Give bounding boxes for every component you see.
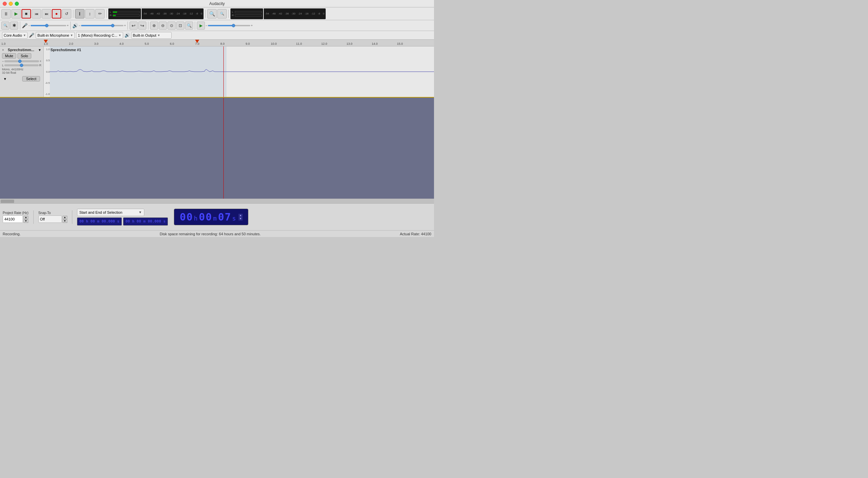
playhead-line <box>223 47 224 97</box>
track-collapse-button[interactable]: ▼ <box>3 77 7 81</box>
snap-up-button[interactable]: ▲ <box>63 216 67 219</box>
snap-to-label: Snap-To <box>38 211 67 215</box>
close-button[interactable] <box>3 2 7 6</box>
mute-button[interactable]: Mute <box>2 53 16 59</box>
zoom-sel-button[interactable]: ⊡ <box>176 22 184 30</box>
scroll-thumb[interactable] <box>1 200 14 203</box>
input-vu-meter: L R <box>108 8 141 19</box>
undo-button[interactable]: ↩ <box>129 22 137 30</box>
vu-scale-labels: -54 -48 -42 -36 -30 -24 -18 -12 -6 0 <box>143 12 202 15</box>
project-rate-group: Project Rate (Hz) 44100 ▲ ▼ <box>3 211 29 223</box>
select-tool-button[interactable]: I <box>75 9 85 19</box>
pause-button[interactable]: ⏸ <box>1 9 11 19</box>
tick-14: 14.0 <box>372 42 378 46</box>
selection-mode-label: Start and End of Selection <box>80 210 122 214</box>
track-bit-depth: 32-bit float <box>2 71 41 74</box>
output-gain-slider[interactable]: − + <box>79 24 126 27</box>
zoom-in-button[interactable]: 🔍 <box>207 9 217 19</box>
tick-13: 13.0 <box>346 42 352 46</box>
multi-tool-button[interactable]: ✱ <box>10 22 18 30</box>
separator-4 <box>228 10 229 18</box>
draw-tool-button[interactable]: ✏ <box>95 9 105 19</box>
input-device-select[interactable]: Built-in Microphone ▼ <box>36 32 75 39</box>
selection-start-display[interactable]: 00 h 00 m 00.000 s <box>77 217 122 226</box>
track-bottom-controls: ▼ Select <box>1 75 43 83</box>
input-device-arrow: ▼ <box>70 34 73 37</box>
out-vu-scale: -54 -48 -42 -36 -30 -24 -18 -12 -6 0 <box>264 8 326 19</box>
bottom-controls-bar: Project Rate (Hz) 44100 ▲ ▼ Snap-To Off <box>0 203 434 230</box>
empty-track-area <box>0 98 434 199</box>
input-gain-slider[interactable]: − + <box>28 24 69 27</box>
gain-slider[interactable] <box>4 60 39 62</box>
mic-icon-2: 🎤 <box>29 33 34 38</box>
zoom-out2-button[interactable]: ⊖ <box>159 22 167 30</box>
time-display-spinner[interactable]: ▲ ▼ <box>239 214 243 220</box>
skip-end-button[interactable]: ⏭ <box>42 9 51 19</box>
tick-12: 12.0 <box>321 42 327 46</box>
redo-button[interactable]: ↪ <box>138 22 146 30</box>
amp-label-0.0: 0.0 <box>44 70 50 73</box>
snap-to-input-row: Off ▲ ▼ <box>38 215 67 223</box>
rate-down-button[interactable]: ▼ <box>24 219 28 223</box>
rate-spinner[interactable]: ▲ ▼ <box>24 216 28 223</box>
maximize-button[interactable] <box>15 2 19 6</box>
project-rate-label: Project Rate (Hz) <box>3 211 29 215</box>
track-header: × Sprechstimm... ▼ Mute Solo − + L R Mon… <box>0 47 44 97</box>
speaker-icon-2: 🔊 <box>124 33 130 38</box>
selection-end-display[interactable]: 00 h 00 m 00.000 s <box>123 217 168 226</box>
zoom-out-button[interactable]: 🔍 <box>217 9 227 19</box>
play-button[interactable]: ▶ <box>11 9 21 19</box>
time-down-button[interactable]: ▼ <box>239 217 243 220</box>
amp-label--0.5: -0.5 <box>44 82 50 85</box>
tick-1: 1.0 <box>44 42 48 46</box>
project-rate-input[interactable]: 44100 <box>3 215 23 223</box>
rate-up-button[interactable]: ▲ <box>24 216 28 219</box>
status-left: Recording. <box>3 232 21 236</box>
ruler-ticks-area: 1.0 2.0 3.0 4.0 5.0 6.0 7.0 8.0 9.0 10.0… <box>44 40 434 46</box>
zoom-fit-button[interactable]: ⊙ <box>167 22 176 30</box>
time-fields: 00 h 00 m 00.000 s 00 h 00 m 00.000 s <box>77 217 168 226</box>
stop-button[interactable]: ■ <box>22 9 31 19</box>
status-center: Disk space remaining for recording: 64 h… <box>160 232 261 236</box>
zoom-normal-button[interactable]: 🔍 <box>1 22 9 30</box>
snap-to-select[interactable]: Off <box>38 215 62 223</box>
envelope-tool-button[interactable]: ↕ <box>85 9 95 19</box>
pan-slider[interactable] <box>4 64 38 66</box>
track-format: Mono, 44100Hz <box>2 68 41 71</box>
track-mute-solo-buttons: Mute Solo <box>1 53 43 59</box>
selection-dropdown-arrow: ▼ <box>138 210 142 214</box>
track-format-info: Mono, 44100Hz 32-bit float <box>1 67 43 75</box>
playback-speed-slider[interactable]: − + <box>206 24 253 27</box>
loop-button[interactable]: ↺ <box>62 9 71 19</box>
gain-minus-label: − <box>2 60 4 63</box>
zoom-in2-button[interactable]: ⊕ <box>150 22 158 30</box>
zoom-undo-button[interactable]: 🔍 <box>185 22 193 30</box>
tick-8: 8.0 <box>220 42 225 46</box>
track-close-button[interactable]: × <box>2 48 4 52</box>
track-area: × Sprechstimm... ▼ Mute Solo − + L R Mon… <box>0 47 434 98</box>
time-display-value: 00h00m07s <box>180 211 237 223</box>
tick-6: 6.0 <box>170 42 174 46</box>
selection-mode-dropdown[interactable]: Start and End of Selection ▼ <box>77 209 144 216</box>
gain-row: − + <box>1 59 43 63</box>
minimize-button[interactable] <box>9 2 13 6</box>
amp-label-0.5: 0.5 <box>44 59 50 62</box>
play-green-button[interactable]: ▶ <box>197 22 205 30</box>
channels-select[interactable]: 1 (Mono) Recording C... ▼ <box>76 32 123 39</box>
record-button[interactable]: ● <box>52 9 61 19</box>
skip-start-button[interactable]: ⏮ <box>32 9 41 19</box>
snap-down-button[interactable]: ▼ <box>63 219 67 223</box>
track-select-button[interactable]: Select <box>22 76 40 82</box>
vu-bar-l <box>113 11 140 13</box>
time-up-button[interactable]: ▲ <box>239 214 243 217</box>
track-name: Sprechstimm... <box>8 48 34 52</box>
output-device-select[interactable]: Built-in Output ▼ <box>131 32 172 39</box>
horizontal-scrollbar[interactable] <box>0 199 434 203</box>
out-vu-labels: -54 -48 -42 -36 -30 -24 -18 -12 -6 0 <box>265 12 324 15</box>
track-dropdown-button[interactable]: ▼ <box>38 48 41 52</box>
waveform-area[interactable]: 1.0 0.5 0.0 -0.5 -1.0 Sprechstimme #1 <box>44 47 434 97</box>
snap-spinner[interactable]: ▲ ▼ <box>63 216 67 223</box>
audio-host-select[interactable]: Core Audio ▼ <box>2 32 28 39</box>
vu-scale: -54 -48 -42 -36 -30 -24 -18 -12 -6 0 <box>142 8 204 19</box>
solo-button[interactable]: Solo <box>18 53 31 59</box>
